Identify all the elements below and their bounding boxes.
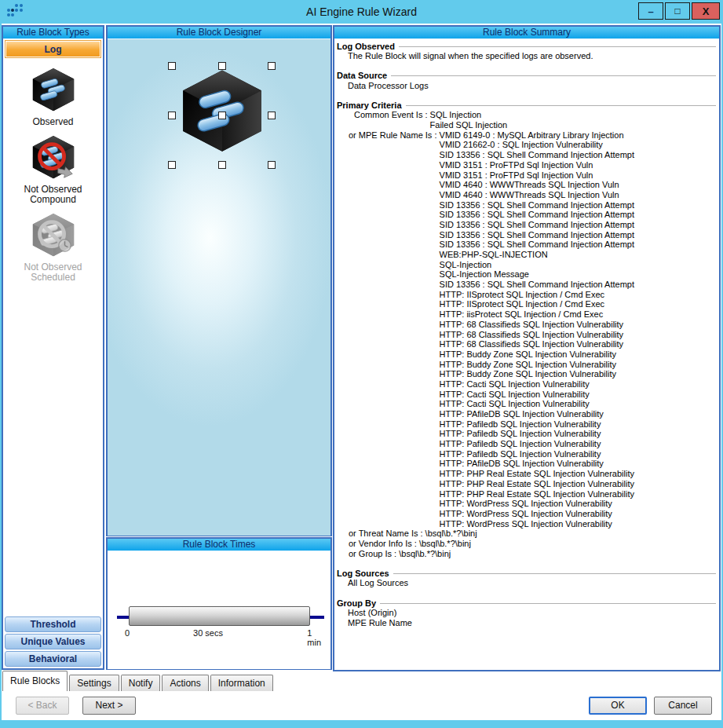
summary-line: MPE Rule Name [337,618,716,628]
tab-settings[interactable]: Settings [69,675,119,691]
tab-information[interactable]: Information [210,675,273,691]
designer-canvas [108,39,330,536]
tab-actions[interactable]: Actions [162,675,208,691]
category-button-behavioral[interactable]: Behavioral [5,651,101,667]
summary-section-heading: Group By [337,598,716,608]
selection-handle[interactable] [268,161,276,169]
category-button-threshold[interactable]: Threshold [5,616,101,632]
sidebar-item-label: Not ObservedScheduled [3,262,103,283]
selection-handle[interactable] [168,161,176,169]
tick-label-end: 1 min [307,628,321,647]
selection-handle[interactable] [218,161,226,169]
log-cube-banned-icon [29,134,78,182]
maximize-button[interactable]: □ [665,2,690,20]
rule-block-designer-header: Rule Block Designer [108,27,330,39]
summary-line: All Log Sources [337,578,716,588]
sidebar-item-observed[interactable]: Observed [3,66,103,127]
selection-handle[interactable] [268,62,276,70]
slider-thumb[interactable] [129,606,310,626]
selection-handle[interactable] [268,112,276,119]
log-type-button[interactable]: Log [5,40,101,58]
rule-block-times-panel: Rule Block Times 0 30 secs 1 min [106,537,332,670]
client-area: Rule Block Types Log Observed Not Observ… [2,24,721,720]
rule-block-types-header: Rule Block Types [3,27,103,39]
summary-section-heading: Log Observed [337,41,716,51]
sidebar-item-not-observed-compound[interactable]: Not ObservedCompound [3,134,103,205]
ok-button[interactable]: OK [589,697,647,715]
rule-block-summary-panel: Rule Block Summary Log ObservedThe Rule … [333,25,721,671]
rule-block-summary-header: Rule Block Summary [334,27,719,39]
tick-label-mid: 30 secs [193,628,223,638]
criteria-row: or Group Is : \bsql\b.*?\binj [337,549,716,559]
summary-section-heading: Data Source [337,71,716,81]
tab-notify[interactable]: Notify [121,675,161,691]
summary-content: Log ObservedThe Rule Block will signal w… [334,39,719,627]
window-controls: – □ X [638,2,720,20]
next-button[interactable]: Next > [82,697,136,715]
window-title: AI Engine Rule Wizard [0,0,723,24]
sidebar-item-not-observed-scheduled: Not ObservedScheduled [3,211,103,283]
log-cube-clock-icon [29,211,78,260]
summary-line: The Rule Block will signal when the spec… [337,51,716,61]
category-button-unique-values[interactable]: Unique Values [5,634,101,649]
back-button: < Back [16,697,69,715]
selection-handle[interactable] [168,112,176,119]
tab-rule-blocks[interactable]: Rule Blocks [2,671,68,691]
rule-block-times-header: Rule Block Times [108,539,330,551]
selection-handle[interactable] [168,62,176,70]
time-slider: 0 30 secs 1 min [108,551,330,669]
titlebar: AI Engine Rule Wizard – □ X [0,0,723,24]
type-category-buttons: ThresholdUnique ValuesBehavioral [5,615,101,667]
summary-section-heading: Primary Criteria [337,100,716,110]
minimize-button[interactable]: – [638,2,663,20]
criteria-row: or Threat Name Is : \bsql\b.*?\binj [337,529,716,539]
summary-line: Data Processor Logs [337,81,716,91]
ai-engine-rule-wizard-window: AI Engine Rule Wizard – □ X Rule Block T… [0,0,723,728]
tab-strip: Rule BlocksSettingsNotifyActionsInformat… [2,670,275,691]
criteria-row: or MPE Rule Name Is : VMID 6149-0 : MySQ… [337,130,716,529]
criteria-row: Common Event Is : SQL InjectionFailed SQ… [337,110,716,130]
selection-handle[interactable] [218,112,226,119]
rule-block-types-panel: Rule Block Types Log Observed Not Observ… [2,25,104,670]
summary-section-heading: Log Sources [337,568,716,578]
summary-line: Host (Origin) [337,608,716,618]
cancel-button[interactable]: Cancel [654,697,712,715]
close-button[interactable]: X [692,2,720,20]
criteria-row: or Vendor Info Is : \bsql\b.*?\binj [337,539,716,549]
sidebar-items: Observed Not ObservedCompound [3,60,103,283]
sidebar-item-label: Not ObservedCompound [3,185,103,205]
selection-handle[interactable] [218,62,226,70]
tick-label-zero: 0 [125,628,130,638]
log-cube-icon [29,66,78,115]
rule-block-designer-panel: Rule Block Designer [106,25,332,536]
sidebar-item-label: Observed [3,117,103,127]
